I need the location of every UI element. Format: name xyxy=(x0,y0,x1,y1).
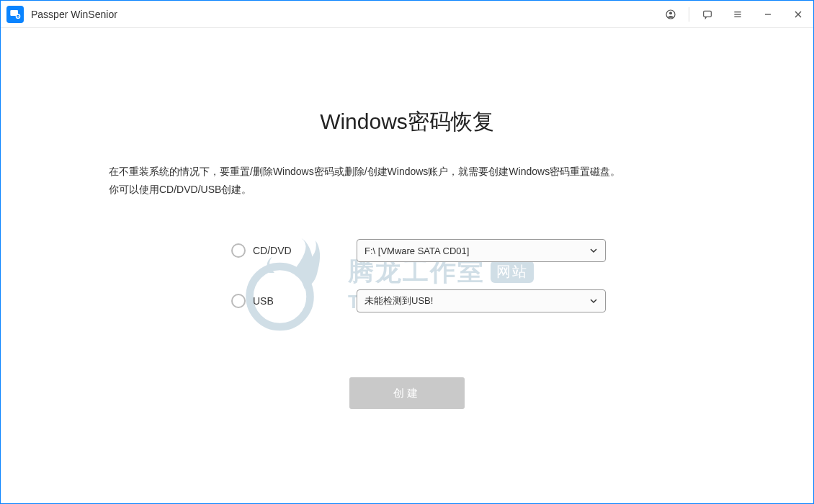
radio-usb[interactable]: USB xyxy=(231,294,339,308)
radio-cddvd-label: CD/DVD xyxy=(253,245,292,256)
radio-usb-label: USB xyxy=(253,295,274,307)
radio-icon xyxy=(231,243,246,258)
titlebar-separator xyxy=(689,7,689,22)
select-usb-value: 未能检测到USB! xyxy=(364,294,589,307)
svg-point-3 xyxy=(669,12,672,14)
option-row-cddvd: CD/DVD F:\ [VMware SATA CD01] xyxy=(231,239,705,262)
description-line-1: 在不重装系统的情况下，要重置/删除Windows密码或删除/创建Windows账… xyxy=(109,163,705,181)
page-description: 在不重装系统的情况下，要重置/删除Windows密码或删除/创建Windows账… xyxy=(109,163,705,199)
create-button[interactable]: 创建 xyxy=(349,377,465,409)
close-button[interactable] xyxy=(783,1,813,28)
svg-rect-4 xyxy=(704,11,712,17)
select-usb-drive[interactable]: 未能检测到USB! xyxy=(357,289,606,312)
chevron-down-icon xyxy=(589,246,598,255)
media-options: CD/DVD F:\ [VMware SATA CD01] USB 未能检测到U… xyxy=(231,239,705,312)
radio-icon xyxy=(231,294,246,308)
menu-button[interactable] xyxy=(723,1,753,28)
titlebar-buttons xyxy=(656,1,813,27)
titlebar: Passper WinSenior xyxy=(1,1,813,28)
app-title: Passper WinSenior xyxy=(31,9,117,20)
option-row-usb: USB 未能检测到USB! xyxy=(231,289,705,312)
chevron-down-icon xyxy=(589,297,598,305)
radio-cddvd[interactable]: CD/DVD xyxy=(231,243,339,258)
page-title: Windows密码恢复 xyxy=(109,107,705,137)
create-button-label: 创建 xyxy=(393,387,421,400)
app-logo-icon xyxy=(6,6,24,23)
description-line-2: 你可以使用CD/DVD/USB创建。 xyxy=(109,181,705,199)
select-cddvd-value: F:\ [VMware SATA CD01] xyxy=(364,246,589,256)
select-cddvd-drive[interactable]: F:\ [VMware SATA CD01] xyxy=(357,239,606,262)
app-window: Passper WinSenior xyxy=(0,0,814,504)
minimize-button[interactable] xyxy=(753,1,783,28)
main-content: 腾龙工作室 网站 Tenlonstudio.com Windows密码恢复 在不… xyxy=(1,28,813,503)
account-button[interactable] xyxy=(656,1,686,28)
feedback-button[interactable] xyxy=(692,1,723,28)
